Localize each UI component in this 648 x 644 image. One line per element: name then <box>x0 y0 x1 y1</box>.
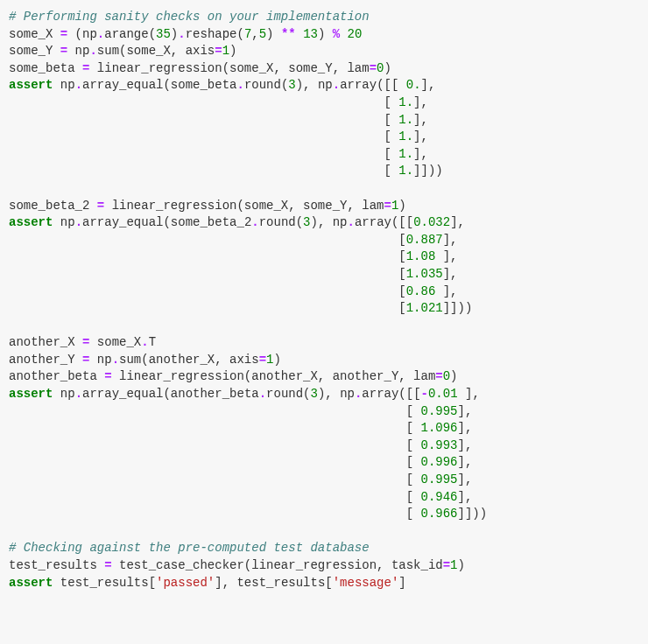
token-plain: round( <box>266 387 310 401</box>
code-line: another_X = some_X.T <box>9 334 639 352</box>
code-line: assert np.array_equal(another_beta.round… <box>9 386 639 403</box>
token-num: 1. <box>398 147 413 161</box>
token-plain: ]])) <box>458 507 488 521</box>
token-plain: ), np <box>318 387 355 401</box>
code-line: [1.035], <box>9 266 639 284</box>
token-plain: ]])) <box>443 301 473 315</box>
token-plain: [ <box>9 421 420 435</box>
code-line: another_Y = np.sum(another_X, axis=1) <box>9 352 639 369</box>
token-plain: round( <box>244 78 288 92</box>
token-plain: test_results <box>9 558 104 572</box>
code-line: [1.08 ], <box>9 248 639 266</box>
token-num: 0 <box>377 61 384 75</box>
code-line: [ 1.], <box>9 146 639 164</box>
token-plain: array([[ <box>362 387 420 401</box>
token-plain: ] <box>398 576 405 590</box>
code-line: [ 0.996], <box>9 454 639 472</box>
token-plain: ), np <box>311 215 348 229</box>
token-plain: ], <box>458 404 473 418</box>
token-plain: ) <box>266 27 281 41</box>
token-num: 1 <box>450 558 457 572</box>
token-plain: test_results[ <box>53 576 156 590</box>
token-op: = <box>443 558 450 572</box>
token-plain: array_equal(another_beta <box>82 387 259 401</box>
token-kw: assert <box>9 78 53 92</box>
comment-text: # Performing sanity checks on your imple… <box>9 10 370 24</box>
token-plain: ) <box>274 353 281 367</box>
token-op: . <box>141 335 148 349</box>
token-num: 0.993 <box>420 438 457 452</box>
code-line: [1.021]])) <box>9 300 639 318</box>
token-plain: another_X <box>9 335 82 349</box>
code-line: # Performing sanity checks on your imple… <box>9 9 639 26</box>
token-kw: assert <box>9 387 53 401</box>
token-op: = <box>97 199 104 213</box>
token-plain: ], <box>413 130 428 144</box>
token-op: . <box>259 387 266 401</box>
comment-text: # Checking against the pre-computed test… <box>9 541 370 555</box>
token-plain: np <box>53 78 74 92</box>
token-op: . <box>75 387 82 401</box>
token-plain: ], <box>458 455 473 469</box>
token-plain: ) <box>384 61 391 75</box>
token-num: 20 <box>348 27 363 41</box>
token-plain: ], <box>458 421 473 435</box>
code-line <box>9 318 639 335</box>
token-plain: ) <box>450 369 457 383</box>
token-plain: ) <box>318 27 333 41</box>
token-plain: [ <box>9 164 398 178</box>
token-plain: np <box>67 44 89 58</box>
code-line <box>9 523 639 541</box>
token-plain: np <box>89 353 111 367</box>
token-plain: ], <box>458 438 473 452</box>
token-plain: [ <box>9 455 420 469</box>
token-plain: some_beta_2 <box>9 199 97 213</box>
token-plain: ) <box>398 199 405 213</box>
code-line: some_beta = linear_regression(some_X, so… <box>9 60 639 78</box>
token-plain: ], <box>450 215 465 229</box>
token-num: 0 <box>443 369 450 383</box>
token-str: 'passed' <box>156 576 215 590</box>
token-num: 0. <box>406 78 421 92</box>
token-op: . <box>178 27 185 41</box>
code-line: [ 1.], <box>9 112 639 130</box>
token-num: 35 <box>156 27 171 41</box>
token-plain: test_case_checker(linear_regression, tas… <box>112 558 443 572</box>
token-plain: some_Y <box>9 44 60 58</box>
token-plain: linear_regression(another_X, another_Y, … <box>112 369 436 383</box>
token-plain: ], test_results[ <box>215 576 332 590</box>
token-num: 0.01 <box>428 387 458 401</box>
token-plain: round( <box>259 215 303 229</box>
token-str: 'message' <box>333 576 399 590</box>
token-num: 0.86 <box>406 284 436 298</box>
code-line: assert np.array_equal(some_beta_2.round(… <box>9 214 639 232</box>
code-line: another_beta = linear_regression(another… <box>9 368 639 386</box>
code-line: [0.887], <box>9 232 639 249</box>
token-op: = <box>215 44 222 58</box>
token-plain: ) <box>458 558 465 572</box>
token-num: 3 <box>303 215 310 229</box>
code-line: [ 1.], <box>9 129 639 146</box>
token-plain: some_beta <box>9 61 82 75</box>
token-plain: [ <box>9 507 420 521</box>
token-plain: some_X <box>89 335 141 349</box>
token-op: = <box>60 27 67 41</box>
token-op: % <box>333 27 340 41</box>
code-line: some_beta_2 = linear_regression(some_X, … <box>9 198 639 215</box>
token-num: 0.995 <box>420 472 457 486</box>
token-plain: ], <box>443 267 458 281</box>
token-plain: np <box>53 215 74 229</box>
token-op: = <box>435 369 442 383</box>
code-line: # Checking against the pre-computed test… <box>9 540 639 557</box>
token-plain: ], <box>413 95 428 109</box>
code-line: [ 0.993], <box>9 438 639 455</box>
token-plain: ], <box>421 78 436 92</box>
token-plain: [ <box>9 404 420 418</box>
token-plain: ], <box>458 472 473 486</box>
token-num: 0.032 <box>413 215 450 229</box>
token-plain: ], <box>435 284 457 298</box>
token-num: 1. <box>398 164 413 178</box>
token-plain: another_Y <box>9 353 82 367</box>
token-op: . <box>75 215 82 229</box>
code-cell: # Performing sanity checks on your imple… <box>9 9 639 592</box>
